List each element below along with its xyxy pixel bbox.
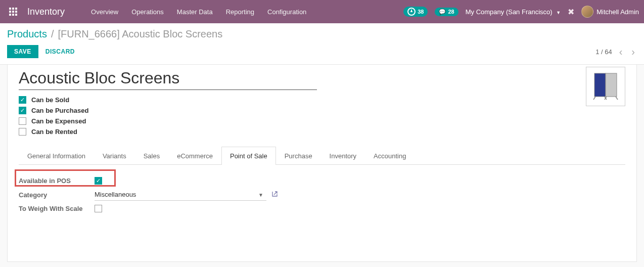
user-name: Mitchell Admin xyxy=(596,8,639,16)
product-image[interactable] xyxy=(586,67,625,106)
attr-can-be-rented: Can be Rented xyxy=(19,128,625,136)
available-in-pos-label: Available in POS xyxy=(19,177,95,185)
svg-rect-6 xyxy=(9,14,11,16)
svg-rect-3 xyxy=(9,11,11,13)
chevron-down-icon: ▼ xyxy=(556,10,561,15)
weigh-checkbox[interactable] xyxy=(95,205,102,212)
svg-rect-0 xyxy=(9,8,11,10)
save-button[interactable]: SAVE xyxy=(7,45,38,58)
menu-overview[interactable]: Overview xyxy=(85,4,124,20)
pager-text: 1 / 64 xyxy=(595,48,612,56)
svg-line-11 xyxy=(593,97,595,100)
tab-ecommerce[interactable]: eCommerce xyxy=(168,147,221,165)
weigh-label: To Weigh With Scale xyxy=(19,205,95,212)
form-tabs: General Information Variants Sales eComm… xyxy=(19,147,625,165)
breadcrumb-products[interactable]: Products xyxy=(7,28,47,40)
menu-operations[interactable]: Operations xyxy=(125,4,170,20)
breadcrumb-sep: / xyxy=(51,28,54,40)
messages-badge[interactable]: 💬 28 xyxy=(435,8,458,16)
tab-general-information[interactable]: General Information xyxy=(19,147,94,165)
menu-reporting[interactable]: Reporting xyxy=(220,4,260,20)
chat-icon: 💬 xyxy=(439,9,446,15)
svg-line-14 xyxy=(616,97,618,100)
can-be-rented-label: Can be Rented xyxy=(31,128,77,136)
can-be-sold-label: Can be Sold xyxy=(31,96,69,104)
menu-master-data[interactable]: Master Data xyxy=(171,4,219,20)
row-weigh: To Weigh With Scale xyxy=(19,205,625,212)
form-sheet: ✓ Can be Sold ✓ Can be Purchased Can be … xyxy=(7,65,637,262)
pager-next-icon[interactable]: › xyxy=(629,46,637,58)
pager: 1 / 64 ‹ › xyxy=(595,46,637,58)
product-attributes: ✓ Can be Sold ✓ Can be Purchased Can be … xyxy=(19,96,625,136)
tab-purchase[interactable]: Purchase xyxy=(276,147,321,165)
top-navbar: Inventory Overview Operations Master Dat… xyxy=(0,0,644,23)
discard-button[interactable]: DISCARD xyxy=(45,48,75,55)
pos-tab-content: Available in POS ✓ Category ▼ To Weigh W… xyxy=(19,165,625,229)
svg-rect-4 xyxy=(12,11,14,13)
attr-can-be-expensed: Can be Expensed xyxy=(19,117,625,125)
external-link-icon[interactable] xyxy=(271,191,278,199)
activities-count: 38 xyxy=(418,9,424,15)
can-be-purchased-checkbox[interactable]: ✓ xyxy=(19,107,26,114)
svg-rect-5 xyxy=(15,11,17,13)
breadcrumb: Products / [FURN_6666] Acoustic Bloc Scr… xyxy=(0,23,644,43)
right-nav: 38 💬 28 My Company (San Francisco) ▼ ✖ M… xyxy=(403,6,639,18)
user-menu[interactable]: Mitchell Admin xyxy=(581,6,639,18)
can-be-sold-checkbox[interactable]: ✓ xyxy=(19,96,26,104)
can-be-expensed-checkbox[interactable] xyxy=(19,117,26,125)
menu-configuration[interactable]: Configuration xyxy=(261,4,312,20)
tab-point-of-sale[interactable]: Point of Sale xyxy=(221,147,276,165)
can-be-rented-checkbox[interactable] xyxy=(19,128,26,136)
main-menu: Overview Operations Master Data Reportin… xyxy=(85,4,403,20)
svg-rect-1 xyxy=(12,8,14,10)
available-in-pos-checkbox[interactable]: ✓ xyxy=(95,177,102,185)
svg-rect-7 xyxy=(12,14,14,16)
category-input[interactable] xyxy=(95,189,266,201)
chevron-down-icon[interactable]: ▼ xyxy=(258,192,263,198)
svg-rect-8 xyxy=(15,14,17,16)
messages-count: 28 xyxy=(448,9,454,15)
tab-inventory[interactable]: Inventory xyxy=(321,147,365,165)
svg-rect-9 xyxy=(594,73,606,97)
company-switcher[interactable]: My Company (San Francisco) ▼ xyxy=(466,8,561,16)
pager-prev-icon[interactable]: ‹ xyxy=(617,46,625,58)
debug-icon[interactable]: ✖ xyxy=(568,7,574,17)
breadcrumb-current: [FURN_6666] Acoustic Bloc Screens xyxy=(58,28,223,40)
apps-icon[interactable] xyxy=(5,4,21,20)
svg-rect-10 xyxy=(606,73,617,97)
can-be-expensed-label: Can be Expensed xyxy=(31,117,86,125)
svg-rect-2 xyxy=(15,8,17,10)
tab-accounting[interactable]: Accounting xyxy=(365,147,415,165)
product-name-input[interactable] xyxy=(19,67,317,90)
tab-sales[interactable]: Sales xyxy=(135,147,169,165)
app-title[interactable]: Inventory xyxy=(27,7,65,17)
row-category: Category ▼ xyxy=(19,189,625,201)
activities-badge[interactable]: 38 xyxy=(403,7,428,17)
avatar xyxy=(581,6,593,18)
tab-variants[interactable]: Variants xyxy=(94,147,135,165)
category-label: Category xyxy=(19,191,95,199)
clock-icon xyxy=(407,8,416,16)
attr-can-be-purchased: ✓ Can be Purchased xyxy=(19,107,625,114)
row-available-in-pos: Available in POS ✓ xyxy=(19,177,625,185)
can-be-purchased-label: Can be Purchased xyxy=(31,107,88,114)
attr-can-be-sold: ✓ Can be Sold xyxy=(19,96,625,104)
action-bar: SAVE DISCARD 1 / 64 ‹ › xyxy=(0,43,644,65)
